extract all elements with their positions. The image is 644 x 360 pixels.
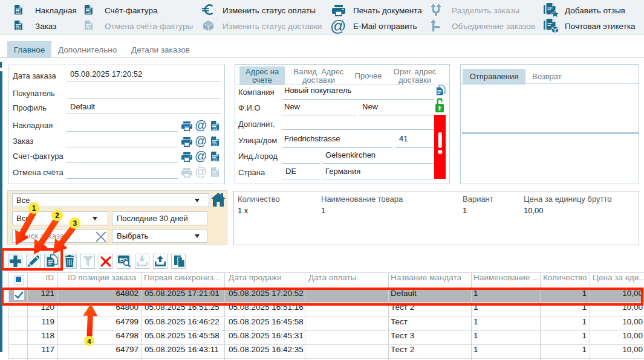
svg-text:123: 123 xyxy=(16,27,21,30)
svg-text:1: 1 xyxy=(32,204,36,213)
svg-text:2: 2 xyxy=(55,211,59,220)
svg-text:123: 123 xyxy=(86,27,91,30)
svg-text:123: 123 xyxy=(16,11,21,14)
svg-text:4: 4 xyxy=(87,338,91,345)
svg-text:123: 123 xyxy=(86,11,91,14)
svg-text:3: 3 xyxy=(73,219,77,228)
